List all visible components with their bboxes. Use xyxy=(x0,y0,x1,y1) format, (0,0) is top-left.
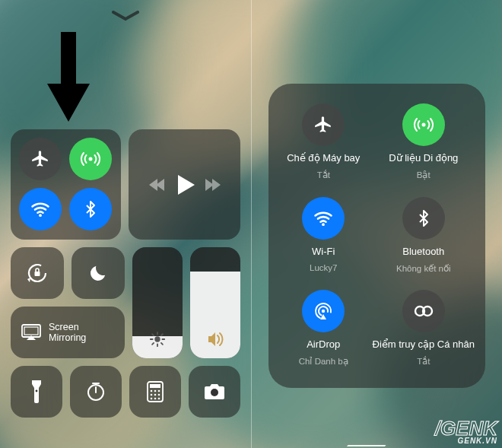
svg-point-22 xyxy=(154,390,157,392)
bluetooth-icon xyxy=(81,200,100,218)
wifi-item[interactable]: Wi-Fi Lucky7 xyxy=(279,197,368,275)
svg-point-30 xyxy=(211,389,218,396)
camera-icon xyxy=(203,383,226,401)
svg-point-35 xyxy=(322,310,325,313)
bluetooth-title: Bluetooth xyxy=(402,246,444,257)
svg-line-11 xyxy=(152,334,154,335)
svg-point-26 xyxy=(158,394,160,396)
orientation-lock-toggle[interactable] xyxy=(11,247,64,299)
do-not-disturb-toggle[interactable] xyxy=(71,247,125,299)
timer-button[interactable] xyxy=(70,366,122,418)
svg-point-23 xyxy=(158,390,160,392)
svg-rect-5 xyxy=(24,327,38,335)
svg-point-25 xyxy=(154,394,157,396)
svg-point-24 xyxy=(151,394,153,396)
grabber-chevron-icon[interactable] xyxy=(112,11,139,21)
svg-point-31 xyxy=(421,123,425,127)
airdrop-icon xyxy=(312,300,335,322)
wifi-status: Lucky7 xyxy=(310,263,337,272)
annotation-arrow-icon xyxy=(47,32,90,123)
cellular-title: Dữ liệu Di động xyxy=(389,152,458,164)
moon-icon xyxy=(88,263,108,283)
volume-icon xyxy=(206,331,224,348)
airplane-icon xyxy=(313,115,333,135)
airplane-icon xyxy=(30,149,50,169)
connectivity-group[interactable] xyxy=(11,129,121,240)
wifi-icon xyxy=(313,208,334,229)
wifi-icon xyxy=(30,199,51,220)
airplane-mode-item[interactable]: Chế độ Máy bay Tắt xyxy=(279,103,368,182)
volume-slider[interactable] xyxy=(190,247,240,358)
bluetooth-icon xyxy=(415,209,433,227)
bluetooth-toggle[interactable] xyxy=(69,188,112,230)
timer-icon xyxy=(85,381,106,402)
airplane-status: Tắt xyxy=(317,170,330,180)
svg-point-32 xyxy=(322,223,325,226)
screen-mirroring-label: Screen Mirroring xyxy=(49,322,86,344)
hotspot-item[interactable]: Điểm truy cập Cá nhân Tắt xyxy=(373,290,475,368)
screen-mirroring-button[interactable]: Screen Mirroring xyxy=(11,307,125,358)
hotspot-chain-icon xyxy=(413,303,434,319)
airplane-mode-toggle[interactable] xyxy=(19,138,62,180)
hotspot-status: Tắt xyxy=(417,356,430,367)
wifi-title: Wi-Fi xyxy=(312,246,335,257)
svg-line-12 xyxy=(161,343,163,345)
calculator-button[interactable] xyxy=(129,366,181,418)
svg-point-0 xyxy=(89,157,93,161)
cellular-data-toggle[interactable] xyxy=(69,138,112,180)
flashlight-icon xyxy=(30,380,43,403)
svg-line-13 xyxy=(152,343,154,345)
play-button[interactable] xyxy=(178,175,195,195)
flashlight-button[interactable] xyxy=(11,366,62,418)
svg-point-28 xyxy=(154,398,157,400)
brightness-icon xyxy=(149,331,166,348)
airplane-title: Chế độ Máy bay xyxy=(287,152,360,164)
media-controls[interactable] xyxy=(129,129,240,240)
svg-rect-20 xyxy=(150,384,160,388)
airdrop-item[interactable]: AirDrop Chỉ Danh bạ xyxy=(279,290,368,368)
svg-point-15 xyxy=(36,390,38,392)
brightness-slider[interactable] xyxy=(132,247,183,358)
cellular-data-item[interactable]: Dữ liệu Di động Bật xyxy=(373,103,475,182)
svg-point-29 xyxy=(158,398,160,400)
cellular-antenna-icon xyxy=(412,113,435,136)
bluetooth-status: Không kết nối xyxy=(396,263,451,274)
cellular-status: Bật xyxy=(417,170,431,180)
connectivity-expanded: Chế độ Máy bay Tắt Dữ liệu Di động Bật W… xyxy=(252,0,502,448)
control-center-compact: Screen Mirroring xyxy=(0,0,251,448)
watermark-site: GENK.VN xyxy=(435,437,497,445)
svg-point-6 xyxy=(154,336,160,342)
svg-line-14 xyxy=(161,334,163,335)
svg-point-1 xyxy=(39,214,42,217)
cellular-antenna-icon xyxy=(79,148,102,170)
connectivity-panel: Chế độ Máy bay Tắt Dữ liệu Di động Bật W… xyxy=(268,84,485,388)
watermark: /GENK GENK.VN xyxy=(435,420,497,445)
svg-rect-3 xyxy=(35,272,40,276)
camera-button[interactable] xyxy=(189,366,240,418)
airdrop-title: AirDrop xyxy=(307,338,340,350)
svg-point-21 xyxy=(151,390,153,392)
next-track-button[interactable] xyxy=(207,179,221,191)
airdrop-status: Chỉ Danh bạ xyxy=(299,356,348,367)
bluetooth-item[interactable]: Bluetooth Không kết nối xyxy=(373,197,475,275)
screen-mirroring-icon xyxy=(21,324,41,341)
hotspot-title: Điểm truy cập Cá nhân xyxy=(373,338,475,350)
svg-point-27 xyxy=(151,398,153,400)
orientation-lock-icon xyxy=(26,262,49,284)
previous-track-button[interactable] xyxy=(149,179,163,191)
wifi-toggle[interactable] xyxy=(19,188,62,230)
calculator-icon xyxy=(147,381,164,402)
